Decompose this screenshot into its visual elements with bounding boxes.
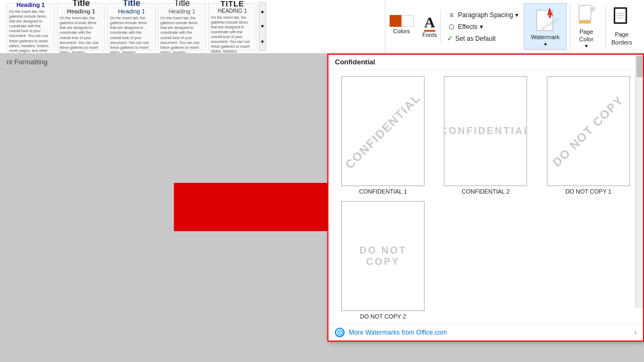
set-as-default-label: Set as Default	[455, 35, 495, 42]
colors-fonts-group: Colors A Fonts	[390, 15, 437, 38]
style5-text: On the Insert tab, the galleries include…	[211, 15, 254, 53]
main-area: nt Formatting Confidential CONFIDENTIAL …	[0, 54, 644, 362]
page-color-icon	[577, 4, 596, 28]
chevron-right-icon: ›	[634, 329, 636, 336]
style-title-2[interactable]: Title Heading 1 On the Insert tab, the g…	[57, 3, 105, 50]
watermark-icon-area: WATERMARK	[531, 6, 559, 34]
effects-label: Effects	[458, 23, 477, 31]
panel-row4: DO NOT COPY DO NOT COPY 2	[328, 201, 643, 324]
doc-label: nt Formatting	[6, 58, 48, 66]
watermark-chevron: ▾	[544, 41, 547, 47]
page-color-chevron: ▾	[585, 43, 588, 49]
paragraph-spacing-chevron: ▾	[515, 11, 518, 19]
wm-label-dnc2: DO NOT COPY 2	[360, 313, 406, 320]
watermark-confidential-1[interactable]: CONFIDENTIAL CONFIDENTIAL 1	[335, 76, 431, 195]
ribbon-controls: Colors A Fonts ≡ Paragraph Spacing ▾ ⬡ E…	[385, 0, 642, 53]
wm-text-conf2: CONFIDENTIAL	[444, 125, 527, 137]
scrollbar-thumb	[636, 56, 643, 77]
panel-grid: CONFIDENTIAL CONFIDENTIAL 1 CONFIDENTIAL…	[328, 70, 643, 201]
style2-text: On the Insert tab, the galleries include…	[60, 16, 103, 53]
style4-title: Title	[174, 0, 190, 8]
font-a-icon: A	[424, 15, 435, 32]
fonts-label: Fonts	[422, 32, 437, 38]
wm-label-conf1: CONFIDENTIAL 1	[359, 188, 407, 195]
wm-label-conf2: CONFIDENTIAL 2	[462, 188, 509, 195]
watermark-button[interactable]: WATERMARK Watermark ▾	[524, 3, 567, 49]
style5-title: TITLE	[221, 0, 244, 8]
style-text: On the Insert tab, the galleries include…	[9, 9, 52, 53]
colors-button[interactable]: Colors	[390, 15, 414, 38]
effects-chevron: ▾	[480, 23, 483, 31]
page-color-button[interactable]: Page Color ▾	[570, 2, 602, 51]
wm-preview-conf2: CONFIDENTIAL	[444, 76, 527, 186]
globe-icon: 🌐	[335, 328, 345, 337]
style3-text: On the Insert tab, the galleries include…	[110, 16, 153, 53]
style4-text: On the Insert tab, the galleries include…	[160, 16, 203, 53]
more-watermarks-button[interactable]: 🌐 More Watermarks from Office.com ›	[328, 324, 643, 341]
colors-label: Colors	[393, 28, 410, 34]
style2-heading: Heading 1	[67, 8, 96, 14]
swatch-orange	[390, 15, 401, 27]
style3-heading: Heading 1	[118, 8, 145, 14]
para-effects-group: ≡ Paragraph Spacing ▾ ⬡ Effects ▾ ✓ Set …	[440, 10, 521, 43]
wm-text-dnc1: DO NOT COPY	[550, 93, 627, 169]
paragraph-spacing-label: Paragraph Spacing	[458, 11, 513, 19]
style-heading-label: Heading 1	[17, 2, 45, 8]
effects-button[interactable]: ⬡ Effects ▾	[445, 21, 521, 32]
watermark-do-not-copy-2[interactable]: DO NOT COPY DO NOT COPY 2	[335, 201, 431, 320]
checkmark-icon: ✓	[447, 34, 453, 42]
swatch-white	[402, 15, 414, 27]
svg-rect-4	[579, 20, 591, 24]
style-title-5[interactable]: TITLE HEADING 1 On the Insert tab, the g…	[208, 3, 257, 50]
style-gallery: TITLE Heading 1 On the Insert tab, the g…	[2, 0, 385, 53]
watermark-svg-icon: WATERMARK	[532, 6, 558, 34]
watermark-label: Watermark	[531, 34, 559, 41]
paragraph-spacing-icon: ≡	[447, 11, 456, 19]
page-borders-button[interactable]: Page Borders	[605, 5, 638, 48]
style-title-4[interactable]: Title Heading 1 On the Insert tab, the g…	[158, 3, 206, 50]
set-as-default-button[interactable]: ✓ Set as Default	[445, 33, 521, 43]
fonts-button[interactable]: A Fonts	[422, 15, 437, 38]
wm-preview-dnc2: DO NOT COPY	[341, 201, 425, 311]
svg-rect-3	[579, 5, 591, 20]
ribbon: TITLE Heading 1 On the Insert tab, the g…	[0, 0, 644, 54]
watermark-confidential-2[interactable]: CONFIDENTIAL CONFIDENTIAL 2	[437, 76, 533, 195]
wm-text-dnc2: DO NOT COPY	[342, 245, 424, 268]
watermark-do-not-copy-1[interactable]: DO NOT COPY DO NOT COPY 1	[540, 76, 636, 195]
watermark-panel: Confidential CONFIDENTIAL CONFIDENTIAL 1…	[327, 54, 644, 342]
style-title-1[interactable]: TITLE Heading 1 On the Insert tab, the g…	[6, 3, 55, 50]
more-watermarks-label: More Watermarks from Office.com	[349, 329, 447, 336]
page-borders-label: Page Borders	[608, 31, 635, 46]
panel-header: Confidential	[328, 55, 643, 70]
panel-scrollbar[interactable]	[635, 55, 643, 308]
gallery-scroll-arrows[interactable]: ▲ ▼ ▼	[259, 2, 266, 51]
style2-title: Title	[72, 0, 90, 8]
wm-label-dnc1: DO NOT COPY 1	[565, 188, 611, 195]
color-swatches	[390, 15, 414, 27]
style4-heading: Heading 1	[169, 8, 195, 14]
page-borders-icon	[612, 7, 632, 31]
wm-text-conf1: CONFIDENTIAL	[342, 91, 423, 172]
style3-title: Title	[123, 0, 141, 8]
wm-preview-dnc1: DO NOT COPY	[547, 76, 630, 186]
style-title-3[interactable]: Title Heading 1 On the Insert tab, the g…	[107, 3, 156, 50]
style5-heading: HEADING 1	[218, 8, 247, 14]
page-color-label: Page Color	[573, 28, 600, 43]
effects-icon: ⬡	[447, 23, 456, 31]
wm-preview-conf1: CONFIDENTIAL	[341, 76, 425, 186]
paragraph-spacing-button[interactable]: ≡ Paragraph Spacing ▾	[445, 10, 521, 20]
